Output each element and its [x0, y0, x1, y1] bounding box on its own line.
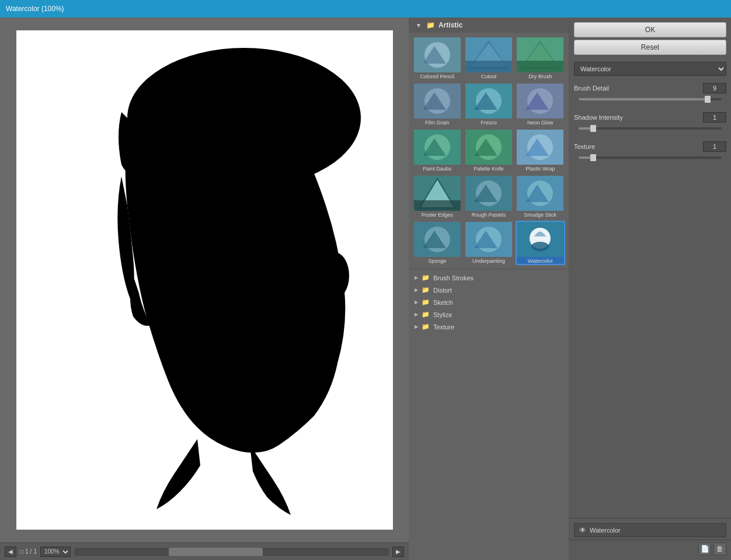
label-sketch: Sketch: [433, 299, 453, 306]
canvas[interactable]: [16, 30, 393, 530]
filter-name-smudge-stick: Smudge Stick: [524, 212, 557, 218]
filter-dry-brush[interactable]: Dry Brush: [516, 36, 565, 81]
texture-input[interactable]: [703, 141, 726, 152]
filter-film-grain[interactable]: Film Grain: [412, 82, 462, 127]
filter-smudge-stick[interactable]: Smudge Stick: [516, 175, 565, 219]
canvas-wrapper: [0, 18, 409, 542]
svg-point-3: [235, 222, 300, 271]
shadow-intensity-thumb[interactable]: [590, 125, 596, 132]
effect-layer-watercolor: 👁 Watercolor: [574, 523, 726, 537]
ok-button[interactable]: OK: [574, 22, 726, 37]
filter-dropdown[interactable]: Watercolor Colored Pencil Cutout Dry Bru…: [574, 62, 726, 76]
filter-palette-knife[interactable]: Palette Knife: [464, 128, 513, 173]
settings-area: Brush Detail Shadow Intensity: [569, 78, 731, 303]
collapse-btn[interactable]: ▼: [415, 21, 423, 29]
effect-layer-name: Watercolor: [590, 527, 721, 534]
category-brush-strokes[interactable]: ▶ 📁 Brush Strokes: [409, 272, 569, 284]
main-container: ◀ □ 1 / 1 100% 50% 25% 200% ▶ ▼ 📁 A: [0, 18, 731, 560]
reset-button[interactable]: Reset: [574, 40, 726, 55]
new-effect-icon: 📄: [701, 545, 709, 553]
page-info: □ 1 / 1: [20, 548, 37, 555]
thumb-cutout: [465, 37, 512, 72]
filter-watercolor[interactable]: Watercolor: [516, 221, 565, 265]
shadow-intensity-slider-container: [574, 127, 726, 141]
horizontal-scrollbar[interactable]: [74, 548, 389, 556]
label-brush-strokes: Brush Strokes: [433, 274, 474, 281]
filter-rough-pastels[interactable]: Rough Pastels: [464, 175, 513, 219]
brush-detail-fill: [579, 98, 708, 100]
filter-name-palette-knife: Palette Knife: [474, 166, 503, 172]
brush-detail-track: [579, 98, 722, 100]
thumb-colored-pencil: [414, 37, 461, 72]
filter-underpainting[interactable]: Underpainting: [464, 221, 513, 265]
filter-panel: ▼ 📁 Artistic Colored Pencil: [409, 18, 569, 560]
filter-colored-pencil[interactable]: Colored Pencil: [412, 36, 462, 81]
filter-cutout[interactable]: Cutout: [464, 36, 513, 81]
arrow-stylize: ▶: [415, 312, 418, 317]
thumb-underpainting: [465, 222, 512, 257]
label-stylize: Stylize: [433, 311, 452, 318]
category-sketch[interactable]: ▶ 📁 Sketch: [409, 296, 569, 308]
label-texture: Texture: [433, 324, 454, 331]
filter-plastic-wrap[interactable]: Plastic Wrap: [516, 128, 565, 173]
shadow-intensity-input[interactable]: [703, 112, 726, 123]
canvas-svg: [16, 30, 393, 530]
scroll-right-btn[interactable]: ▶: [392, 547, 404, 557]
page-icon: □: [20, 548, 23, 555]
filter-fresco[interactable]: Fresco: [464, 82, 513, 127]
brush-detail-label: Brush Detail: [574, 85, 701, 92]
filter-name-colored-pencil: Colored Pencil: [420, 74, 454, 79]
action-buttons: OK Reset: [569, 18, 731, 60]
filter-name-sponge: Sponge: [428, 258, 446, 264]
filter-name-plastic-wrap: Plastic Wrap: [525, 166, 555, 172]
folder-icon: 📁: [426, 21, 435, 29]
delete-effect-icon: 🗑: [716, 545, 723, 553]
brush-detail-slider-container: [574, 98, 726, 112]
filter-name-fresco: Fresco: [481, 120, 497, 126]
folder-brush-strokes: 📁: [422, 274, 430, 281]
filter-sponge[interactable]: Sponge: [412, 221, 462, 265]
page-total: 1: [33, 548, 37, 555]
folder-texture: 📁: [422, 323, 430, 331]
svg-rect-36: [414, 200, 461, 211]
shadow-intensity-track: [579, 127, 722, 130]
canvas-bottom-bar: ◀ □ 1 / 1 100% 50% 25% 200% ▶: [0, 542, 409, 560]
svg-point-2: [151, 226, 221, 279]
filter-poster-edges[interactable]: Poster Edges: [412, 175, 462, 219]
filter-name-neon-glow: Neon Glow: [527, 120, 554, 126]
zoom-select[interactable]: 100% 50% 25% 200%: [40, 547, 71, 557]
brush-detail-thumb[interactable]: [705, 96, 711, 103]
filter-selector: Watercolor Colored Pencil Cutout Dry Bru…: [569, 60, 731, 78]
canvas-area: ◀ □ 1 / 1 100% 50% 25% 200% ▶: [0, 18, 409, 560]
svg-rect-15: [517, 61, 563, 72]
category-stylize[interactable]: ▶ 📁 Stylize: [409, 308, 569, 321]
thumb-paint-daubs: [414, 130, 461, 165]
category-list: ▶ 📁 Brush Strokes ▶ 📁 Distort ▶ 📁 Sketch…: [409, 269, 569, 335]
texture-track: [579, 156, 722, 159]
effect-panel: 👁 Watercolor 📄 🗑: [569, 518, 731, 560]
arrow-sketch: ▶: [415, 300, 418, 305]
thumb-smudge-stick: [517, 176, 563, 211]
brush-detail-input[interactable]: [703, 83, 726, 93]
filter-name-rough-pastels: Rough Pastels: [472, 212, 506, 218]
scroll-left-btn[interactable]: ◀: [5, 547, 16, 557]
category-distort[interactable]: ▶ 📁 Distort: [409, 284, 569, 296]
folder-sketch: 📁: [422, 298, 430, 306]
right-panel: OK Reset Watercolor Colored Pencil Cutou…: [569, 18, 731, 560]
visibility-icon[interactable]: 👁: [579, 526, 586, 534]
new-effect-btn[interactable]: 📄: [698, 542, 711, 555]
thumb-film-grain: [414, 84, 461, 119]
thumb-neon-glow: [517, 84, 563, 119]
thumb-fresco: [465, 84, 512, 119]
brush-detail-row: Brush Detail: [574, 83, 726, 93]
filter-paint-daubs[interactable]: Paint Daubs: [412, 128, 462, 173]
arrow-distort: ▶: [415, 287, 418, 293]
filter-neon-glow[interactable]: Neon Glow: [516, 82, 565, 127]
delete-effect-btn[interactable]: 🗑: [713, 542, 726, 555]
texture-thumb[interactable]: [590, 154, 596, 161]
svg-point-4: [320, 252, 349, 299]
category-texture[interactable]: ▶ 📁 Texture: [409, 321, 569, 333]
shadow-intensity-row: Shadow Intensity: [574, 112, 726, 123]
shadow-intensity-label: Shadow Intensity: [574, 114, 701, 121]
spacer: [569, 303, 731, 519]
